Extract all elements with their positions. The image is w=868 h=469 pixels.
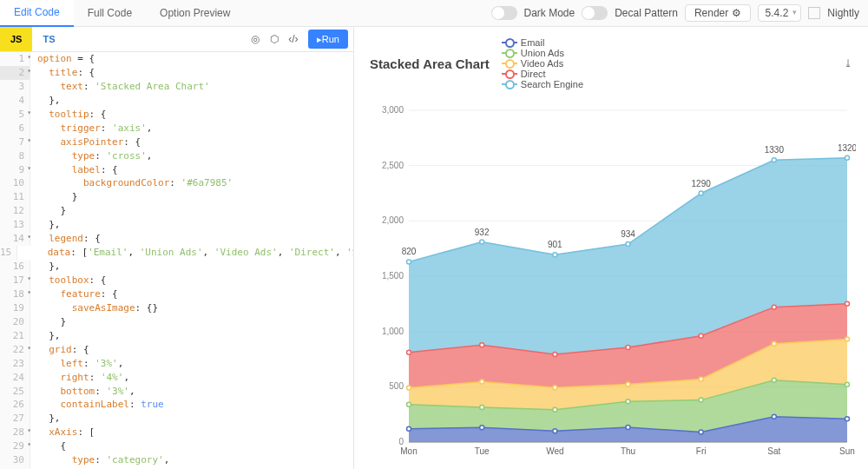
svg-point-20 xyxy=(845,155,850,160)
code-line[interactable]: 16 }, xyxy=(0,260,353,274)
lang-tab-ts[interactable]: TS xyxy=(32,27,65,51)
code-line[interactable]: 7 axisPointer: { xyxy=(0,135,353,149)
legend-item[interactable]: Direct xyxy=(502,69,583,79)
code-line[interactable]: 12 } xyxy=(0,204,353,218)
svg-point-28 xyxy=(407,386,411,390)
decal-toggle[interactable] xyxy=(582,6,608,20)
code-line[interactable]: 26 containLabel: true xyxy=(0,398,353,412)
svg-point-36 xyxy=(480,406,484,410)
svg-text:934: 934 xyxy=(621,229,635,239)
svg-point-47 xyxy=(772,414,776,419)
svg-point-23 xyxy=(553,352,557,356)
svg-text:1,500: 1,500 xyxy=(382,271,404,281)
svg-text:932: 932 xyxy=(475,228,490,237)
code-line[interactable]: 1option = { xyxy=(0,52,353,66)
code-line[interactable]: 8 type: 'cross', xyxy=(0,149,353,163)
svg-text:3,000: 3,000 xyxy=(382,105,404,115)
code-line[interactable]: 4 }, xyxy=(0,94,353,108)
tab-option-preview[interactable]: Option Preview xyxy=(146,0,244,26)
svg-text:500: 500 xyxy=(389,381,404,391)
svg-text:1320: 1320 xyxy=(838,143,856,153)
code-panel: JS TS ◎ ⬡ ‹/› ▸ Run 1option = {2 title: … xyxy=(0,27,354,469)
svg-point-34 xyxy=(845,337,850,341)
svg-text:Mon: Mon xyxy=(400,446,417,456)
chart-title: Stacked Area Chart xyxy=(370,56,490,71)
svg-point-45 xyxy=(626,425,630,429)
nightly-checkbox[interactable] xyxy=(808,7,820,19)
code-line[interactable]: 10 backgroundColor: '#6a7985' xyxy=(0,176,353,190)
code-line[interactable]: 19 saveAsImage: {} xyxy=(0,301,353,315)
svg-point-18 xyxy=(699,191,703,195)
svg-text:2,500: 2,500 xyxy=(382,161,404,170)
decal-label: Decal Pattern xyxy=(615,7,678,19)
legend-item[interactable]: Video Ads xyxy=(502,58,583,69)
svg-point-38 xyxy=(626,400,630,404)
svg-text:2,000: 2,000 xyxy=(382,215,404,225)
legend-item[interactable]: Union Ads xyxy=(502,48,583,58)
svg-point-26 xyxy=(772,305,776,309)
version-select[interactable]: 5.4.2 xyxy=(758,4,802,22)
svg-point-35 xyxy=(407,402,411,406)
svg-point-41 xyxy=(845,382,850,386)
code-line[interactable]: 15 data: ['Email', 'Union Ads', 'Video A… xyxy=(0,246,353,260)
code-line[interactable]: 6 trigger: 'axis', xyxy=(0,122,353,135)
code-line[interactable]: 5 tooltip: { xyxy=(0,108,353,122)
code-line[interactable]: 2 title: { xyxy=(0,66,353,80)
svg-point-33 xyxy=(772,341,776,346)
svg-point-21 xyxy=(407,350,411,354)
svg-point-17 xyxy=(626,242,630,247)
svg-point-37 xyxy=(553,407,557,412)
svg-text:1330: 1330 xyxy=(765,145,785,155)
svg-point-31 xyxy=(626,382,630,386)
code-icon[interactable]: ‹/› xyxy=(284,30,303,49)
code-line[interactable]: 9 label: { xyxy=(0,163,353,177)
code-line[interactable]: 24 right: '4%', xyxy=(0,371,353,385)
svg-text:Thu: Thu xyxy=(621,446,635,456)
run-button[interactable]: ▸ Run xyxy=(308,30,348,49)
code-line[interactable]: 29 { xyxy=(0,439,353,453)
svg-point-22 xyxy=(480,343,484,347)
svg-point-24 xyxy=(626,346,630,350)
svg-point-29 xyxy=(480,380,484,384)
code-editor[interactable]: 1option = {2 title: {3 text: 'Stacked Ar… xyxy=(0,52,353,469)
code-line[interactable]: 21 }, xyxy=(0,329,353,343)
svg-text:Wed: Wed xyxy=(546,446,563,456)
dark-mode-label: Dark Mode xyxy=(524,7,575,19)
svg-point-43 xyxy=(480,426,484,430)
code-line[interactable]: 3 text: 'Stacked Area Chart' xyxy=(0,80,353,94)
dark-mode-toggle[interactable] xyxy=(491,6,517,20)
lang-tab-js[interactable]: JS xyxy=(0,27,32,51)
code-line[interactable]: 20 } xyxy=(0,315,353,329)
svg-point-25 xyxy=(699,334,703,338)
legend-item[interactable]: Email xyxy=(502,37,583,48)
format-icon[interactable]: ◎ xyxy=(246,30,265,49)
svg-point-48 xyxy=(845,417,850,421)
svg-text:Fri: Fri xyxy=(696,446,707,456)
code-line[interactable]: 18 feature: { xyxy=(0,287,353,301)
svg-text:Sat: Sat xyxy=(767,446,780,456)
code-line[interactable]: 30 type: 'category', xyxy=(0,453,353,467)
code-line[interactable]: 25 bottom: '3%', xyxy=(0,385,353,399)
legend-item[interactable]: Search Engine xyxy=(502,79,583,89)
svg-point-15 xyxy=(480,240,484,244)
svg-point-27 xyxy=(845,301,850,306)
code-line[interactable]: 22 grid: { xyxy=(0,343,353,357)
svg-point-40 xyxy=(772,378,776,382)
chart-panel: Stacked Area Chart Email Union Ads Video… xyxy=(354,27,868,469)
svg-text:Tue: Tue xyxy=(475,446,490,456)
render-button[interactable]: Render ⚙ xyxy=(685,4,751,22)
code-line[interactable]: 11 } xyxy=(0,190,353,204)
code-line[interactable]: 28 xAxis: [ xyxy=(0,426,353,439)
tab-full-code[interactable]: Full Code xyxy=(74,0,146,26)
save-as-image-icon[interactable]: ⤓ xyxy=(844,57,852,69)
svg-point-30 xyxy=(553,386,557,390)
code-line[interactable]: 27 }, xyxy=(0,412,353,426)
code-line[interactable]: 23 left: '3%', xyxy=(0,357,353,371)
code-line[interactable]: 14 legend: { xyxy=(0,232,353,246)
code-line[interactable]: 13 }, xyxy=(0,218,353,232)
cube-icon[interactable]: ⬡ xyxy=(265,30,284,49)
tab-edit-code[interactable]: Edit Code xyxy=(0,0,74,27)
code-line[interactable]: 17 toolbox: { xyxy=(0,274,353,287)
svg-text:Sun: Sun xyxy=(839,446,855,456)
svg-point-44 xyxy=(553,429,557,433)
